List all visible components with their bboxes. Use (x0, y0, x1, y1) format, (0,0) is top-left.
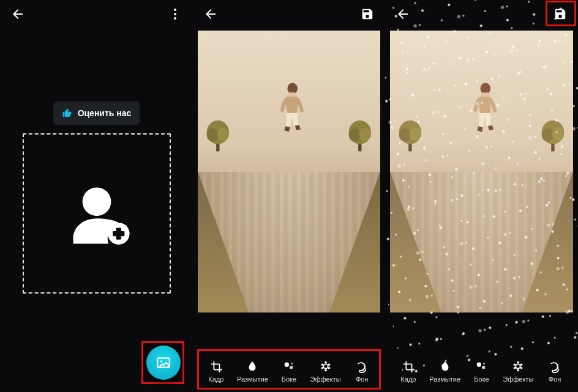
tool-crop[interactable]: Кадр (390, 360, 427, 383)
tool-label: Фон (356, 375, 369, 383)
image-dropzone[interactable] (23, 133, 171, 294)
tool-effects[interactable]: Эффекты (500, 360, 536, 383)
save-button[interactable] (358, 5, 377, 23)
tool-label: Размытие (429, 375, 460, 383)
photo-tree (201, 81, 235, 188)
topbar (385, 0, 578, 28)
tool-label: Эффекты (310, 375, 341, 383)
bokeh-icon (475, 360, 488, 373)
topbar (0, 0, 193, 28)
crop-icon (402, 360, 415, 373)
photo-subject (267, 81, 318, 284)
tool-blur[interactable]: Размытие (427, 360, 464, 383)
photo-warm-overlay (390, 31, 573, 312)
rate-us-label: Оценить нас (78, 108, 132, 118)
topbar (193, 0, 385, 28)
background-icon (355, 360, 369, 373)
back-button[interactable] (394, 5, 412, 23)
add-person-icon (63, 180, 130, 247)
highlight-save (546, 1, 576, 26)
back-button[interactable] (201, 5, 220, 23)
photo-canvas[interactable] (198, 31, 380, 312)
tool-label: Боке (474, 375, 489, 383)
back-button[interactable] (9, 5, 27, 23)
image-icon (156, 355, 171, 371)
screen-editor-effect: КадрРазмытиеБокеЭффектыФон (385, 0, 578, 392)
screen-start: Оценить нас (0, 0, 193, 392)
blur-icon (246, 360, 259, 373)
tool-label: Эффекты (503, 375, 533, 383)
tool-label: Боке (282, 375, 296, 383)
more-button[interactable] (166, 5, 184, 23)
photo-canvas[interactable] (390, 31, 573, 312)
tool-toolbar: КадрРазмытиеБокеЭффектыФон (390, 354, 573, 388)
tool-bokeh[interactable]: Боке (271, 360, 307, 383)
thumb-up-icon (62, 108, 73, 119)
photo-tree (343, 81, 377, 188)
tool-label: Кадр (400, 375, 416, 383)
screen-editor: КадрРазмытиеБокеЭффектыФон (193, 0, 385, 392)
rate-us-button[interactable]: Оценить нас (53, 102, 140, 125)
tool-background[interactable]: Фон (343, 360, 380, 383)
tool-label: Размытие (237, 375, 268, 383)
tool-crop[interactable]: Кадр (198, 360, 235, 383)
tool-effects[interactable]: Эффекты (307, 360, 344, 383)
bokeh-icon (282, 360, 296, 373)
background-icon (548, 360, 561, 373)
blur-icon (438, 360, 452, 373)
tool-background[interactable]: Фон (536, 360, 573, 383)
tool-bokeh[interactable]: Боке (464, 360, 500, 383)
tool-label: Фон (549, 375, 561, 383)
tool-label: Кадр (208, 375, 223, 383)
effects-icon (511, 360, 525, 373)
gallery-fab[interactable] (146, 346, 181, 380)
crop-icon (209, 360, 223, 373)
effects-icon (319, 360, 332, 373)
tool-toolbar: КадрРазмытиеБокеЭффектыФон (198, 354, 380, 388)
tool-blur[interactable]: Размытие (235, 360, 271, 383)
